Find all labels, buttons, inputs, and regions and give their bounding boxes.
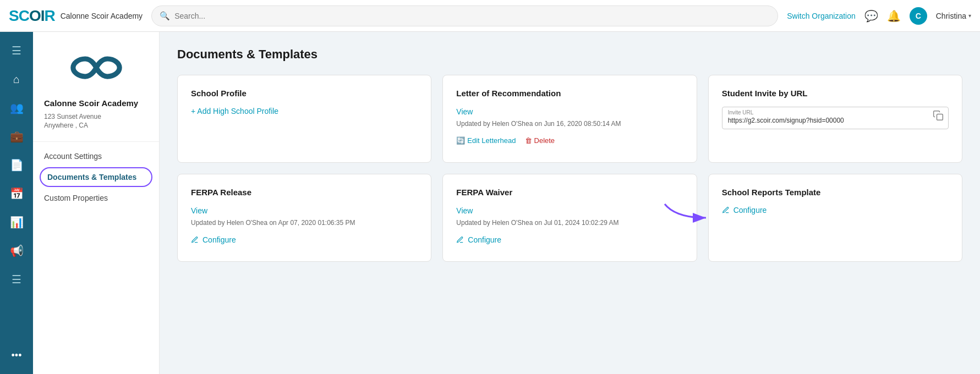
school-logo-area — [33, 43, 159, 98]
layout: ☰ ⌂ 👥 💼 📄 📅 📊 📢 ☰ ••• Calonne Scoir Acad… — [0, 32, 980, 374]
card-student-invite: Student Invite by URL Invite URL https:/… — [708, 75, 962, 163]
ferpa-release-meta: Updated by Helen O'Shea on Apr 07, 2020 … — [191, 218, 418, 228]
ferpa-waiver-meta: Updated by Helen O'Shea on Jul 01, 2024 … — [456, 218, 683, 228]
sidebar-megaphone-icon[interactable]: 📢 — [4, 239, 29, 263]
sidebar-home-icon[interactable]: ⌂ — [4, 67, 29, 91]
school-info: Calonne Scoir Academy 123 Sunset AvenueA… — [33, 98, 159, 139]
chat-icon[interactable]: 💬 — [864, 9, 878, 23]
invite-url-value: https://g2.scoir.com/signup?hsid=00000 — [722, 116, 948, 129]
app-logo: SCOIR — [9, 7, 55, 25]
panel-divider — [33, 141, 159, 142]
card-grid: School Profile + Add High School Profile… — [177, 75, 962, 262]
ferpa-release-view-link[interactable]: View — [191, 206, 207, 215]
arrow-annotation — [659, 199, 714, 237]
sidebar-menu-icon[interactable]: ☰ — [4, 38, 29, 63]
lor-actions: 🔄 Edit Letterhead 🗑 Delete — [456, 136, 683, 145]
school-address: 123 Sunset AvenueAnywhere , CA — [44, 112, 148, 131]
card-school-reports-title: School Reports Template — [722, 188, 949, 197]
card-school-profile: School Profile + Add High School Profile — [177, 75, 431, 163]
edit-letterhead-link[interactable]: 🔄 Edit Letterhead — [456, 136, 516, 145]
sidebar-calendar-icon[interactable]: 📅 — [4, 182, 29, 206]
invite-url-label: Invite URL — [722, 107, 948, 116]
sidebar-people-icon[interactable]: 👥 — [4, 96, 29, 120]
logo-area: SCOIR Calonne Scoir Academy — [9, 7, 143, 25]
school-name: Calonne Scoir Academy — [44, 98, 148, 109]
sidebar-more-icon[interactable]: ••• — [4, 343, 29, 367]
search-icon: 🔍 — [160, 11, 170, 21]
top-nav: SCOIR Calonne Scoir Academy 🔍 Switch Org… — [0, 0, 980, 32]
trash-icon: 🗑 — [525, 136, 532, 145]
menu-account-settings[interactable]: Account Settings — [33, 146, 159, 166]
school-logo — [66, 48, 127, 87]
card-invite-title: Student Invite by URL — [722, 89, 949, 98]
chevron-down-icon: ▾ — [968, 13, 971, 19]
sidebar-chart-icon[interactable]: 📊 — [4, 210, 29, 234]
user-name-button[interactable]: Christina ▾ — [936, 12, 971, 20]
card-ferpa-release-title: FERPA Release — [191, 188, 418, 197]
svg-rect-0 — [937, 114, 943, 120]
menu-custom-properties[interactable]: Custom Properties — [33, 188, 159, 208]
card-lor-title: Letter of Recommendation — [456, 89, 683, 98]
ferpa-release-configure-link[interactable]: Configure — [191, 235, 418, 244]
ferpa-waiver-configure-link[interactable]: Configure — [456, 235, 683, 244]
sidebar: ☰ ⌂ 👥 💼 📄 📅 📊 📢 ☰ ••• — [0, 32, 33, 374]
card-letter-of-recommendation: Letter of Recommendation View Updated by… — [442, 75, 697, 163]
lor-view-link[interactable]: View — [456, 107, 473, 116]
bell-icon[interactable]: 🔔 — [887, 9, 901, 23]
delete-link[interactable]: 🗑 Delete — [525, 136, 555, 145]
search-bar[interactable]: 🔍 — [151, 6, 778, 26]
card-school-profile-title: School Profile — [191, 89, 418, 98]
card-ferpa-release: FERPA Release View Updated by Helen O'Sh… — [177, 174, 431, 262]
page-title: Documents & Templates — [177, 47, 962, 62]
ferpa-waiver-view-link[interactable]: View — [456, 206, 473, 215]
sidebar-document-icon[interactable]: 📄 — [4, 153, 29, 177]
school-reports-configure-link[interactable]: Configure — [722, 206, 949, 215]
left-panel: Calonne Scoir Academy 123 Sunset AvenueA… — [33, 32, 160, 374]
copy-icon[interactable] — [933, 109, 944, 122]
invite-url-wrapper: Invite URL https://g2.scoir.com/signup?h… — [722, 107, 949, 129]
search-input[interactable] — [174, 12, 770, 20]
lor-meta: Updated by Helen O'Shea on Jun 16, 2020 … — [456, 119, 683, 129]
card-ferpa-waiver-title: FERPA Waiver — [456, 188, 683, 197]
main-content: Documents & Templates School Profile + A… — [160, 32, 980, 374]
user-avatar: C — [910, 7, 927, 25]
add-high-school-profile-link[interactable]: + Add High School Profile — [191, 107, 418, 116]
menu-documents-templates[interactable]: Documents & Templates — [40, 167, 152, 187]
nav-actions: Switch Organization 💬 🔔 C Christina ▾ — [787, 7, 971, 25]
switch-org-button[interactable]: Switch Organization — [787, 12, 856, 20]
sidebar-briefcase-icon[interactable]: 💼 — [4, 124, 29, 148]
sidebar-list-icon[interactable]: ☰ — [4, 267, 29, 292]
org-name: Calonne Scoir Academy — [61, 12, 143, 20]
card-school-reports: School Reports Template Configure — [708, 174, 962, 262]
edit-icon: 🔄 — [456, 136, 465, 145]
